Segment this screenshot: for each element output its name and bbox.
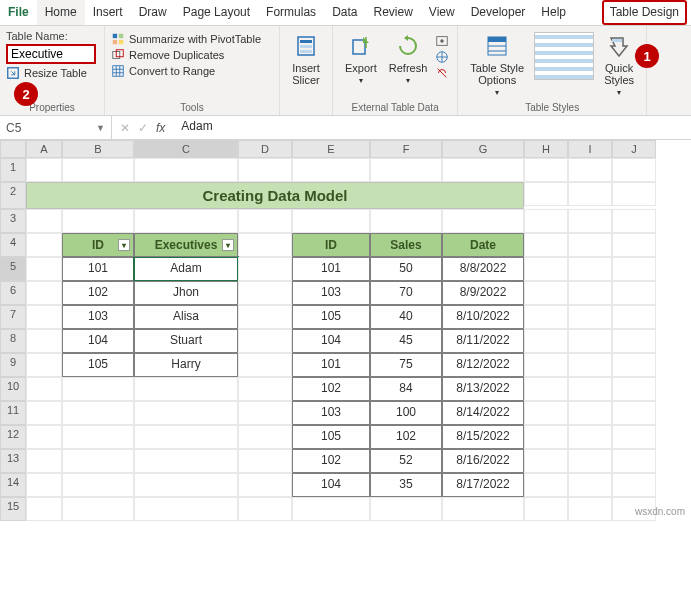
row-header[interactable]: 14 [0,473,26,497]
table-cell[interactable]: 8/8/2022 [442,257,524,281]
col-header[interactable]: A [26,140,62,158]
empty-cell[interactable] [134,158,238,182]
tab-table-design[interactable]: Table Design [602,0,687,25]
empty-cell[interactable] [612,473,656,497]
empty-cell[interactable] [568,449,612,473]
tab-formulas[interactable]: Formulas [258,0,324,25]
empty-cell[interactable] [612,281,656,305]
summarize-pivot-button[interactable]: Summarize with PivotTable [111,32,273,46]
empty-cell[interactable] [524,401,568,425]
row-header[interactable]: 7 [0,305,26,329]
empty-cell[interactable] [26,473,62,497]
empty-cell[interactable] [568,497,612,521]
empty-cell[interactable] [62,209,134,233]
empty-cell[interactable] [442,158,524,182]
empty-cell[interactable] [26,209,62,233]
empty-cell[interactable] [134,425,238,449]
empty-cell[interactable] [238,425,292,449]
enter-icon[interactable]: ✓ [138,121,148,135]
convert-range-button[interactable]: Convert to Range [111,64,273,78]
export-button[interactable]: Export▾ [339,30,383,87]
empty-cell[interactable] [524,329,568,353]
empty-cell[interactable] [62,497,134,521]
tab-file[interactable]: File [0,0,37,25]
tab-draw[interactable]: Draw [131,0,175,25]
table-style-options-button[interactable]: Table Style Options▾ [464,30,530,99]
table-cell[interactable]: 104 [292,473,370,497]
table-cell[interactable]: 8/16/2022 [442,449,524,473]
row-header[interactable]: 10 [0,377,26,401]
empty-cell[interactable] [134,209,238,233]
empty-cell[interactable] [26,425,62,449]
empty-cell[interactable] [238,377,292,401]
empty-cell[interactable] [26,281,62,305]
empty-cell[interactable] [568,209,612,233]
table-cell[interactable]: 105 [62,353,134,377]
empty-cell[interactable] [568,281,612,305]
empty-cell[interactable] [26,305,62,329]
col-header[interactable]: J [612,140,656,158]
col-header[interactable]: I [568,140,612,158]
remove-duplicates-button[interactable]: Remove Duplicates [111,48,273,62]
empty-cell[interactable] [568,425,612,449]
table-cell[interactable]: 103 [292,281,370,305]
row-header[interactable]: 11 [0,401,26,425]
empty-cell[interactable] [524,425,568,449]
empty-cell[interactable] [134,449,238,473]
empty-cell[interactable] [612,449,656,473]
empty-cell[interactable] [26,353,62,377]
table-cell[interactable]: 101 [62,257,134,281]
resize-table-button[interactable]: Resize Table [6,66,98,80]
empty-cell[interactable] [26,449,62,473]
table-cell[interactable]: 70 [370,281,442,305]
table-cell[interactable]: 104 [292,329,370,353]
empty-cell[interactable] [612,401,656,425]
table-cell[interactable]: 103 [62,305,134,329]
open-browser-icon[interactable] [435,50,449,64]
empty-cell[interactable] [238,449,292,473]
table-cell[interactable]: 102 [370,425,442,449]
fx-button[interactable]: fx [156,121,165,135]
empty-cell[interactable] [524,281,568,305]
empty-cell[interactable] [568,182,612,206]
empty-cell[interactable] [238,329,292,353]
empty-cell[interactable] [62,401,134,425]
table-cell[interactable]: Jhon [134,281,238,305]
table-cell[interactable]: 105 [292,425,370,449]
empty-cell[interactable] [238,281,292,305]
empty-cell[interactable] [26,497,62,521]
table-cell[interactable]: 8/14/2022 [442,401,524,425]
table-header[interactable]: ID▾ [62,233,134,257]
table-cell[interactable]: 35 [370,473,442,497]
empty-cell[interactable] [62,158,134,182]
tab-developer[interactable]: Developer [463,0,534,25]
empty-cell[interactable] [524,353,568,377]
empty-cell[interactable] [26,233,62,257]
empty-cell[interactable] [612,329,656,353]
empty-cell[interactable] [62,377,134,401]
table-cell[interactable]: Adam [134,257,238,281]
table-cell[interactable]: 103 [292,401,370,425]
empty-cell[interactable] [524,377,568,401]
table-cell[interactable]: 100 [370,401,442,425]
empty-cell[interactable] [524,158,568,182]
tab-insert[interactable]: Insert [85,0,131,25]
empty-cell[interactable] [524,209,568,233]
row-header[interactable]: 3 [0,209,26,233]
filter-icon[interactable]: ▾ [118,239,130,251]
empty-cell[interactable] [524,305,568,329]
empty-cell[interactable] [26,377,62,401]
table-cell[interactable]: 50 [370,257,442,281]
row-header[interactable]: 6 [0,281,26,305]
worksheet-grid[interactable]: ABCDEFGHIJ12Creating Data Model34ID▾Exec… [0,140,691,521]
empty-cell[interactable] [238,233,292,257]
empty-cell[interactable] [238,257,292,281]
table-cell[interactable]: 75 [370,353,442,377]
col-header[interactable]: F [370,140,442,158]
empty-cell[interactable] [370,158,442,182]
empty-cell[interactable] [134,497,238,521]
refresh-button[interactable]: Refresh▾ [383,30,434,87]
tab-view[interactable]: View [421,0,463,25]
empty-cell[interactable] [568,377,612,401]
tab-help[interactable]: Help [533,0,574,25]
